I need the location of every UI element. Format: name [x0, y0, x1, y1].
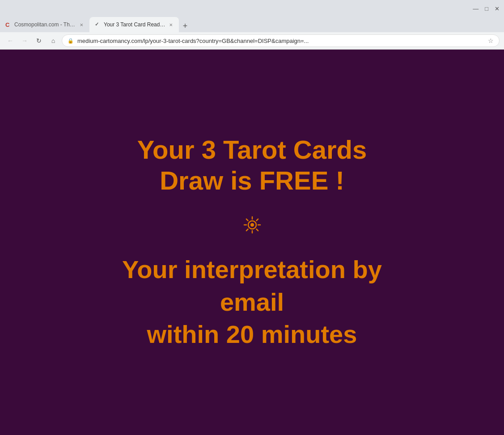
new-tab-button[interactable]: +	[179, 20, 191, 32]
cosmo-tab-title: Cosmopolitan.com - The Wome...	[14, 21, 76, 28]
browser-chrome: — □ ✕ C Cosmopolitan.com - The Wome... ×…	[0, 0, 504, 50]
main-heading-line1: Your 3 Tarot Cards	[137, 134, 367, 165]
tab-tarot[interactable]: ✓ Your 3 Tarot Card Reading ×	[89, 17, 179, 32]
reload-button[interactable]: ↻	[33, 35, 45, 46]
sub-heading-line1: Your interpretation by	[122, 253, 382, 286]
minimize-button[interactable]: —	[473, 5, 479, 12]
forward-button[interactable]: →	[19, 35, 30, 46]
svg-line-6	[256, 229, 258, 231]
tab-bar: C Cosmopolitan.com - The Wome... × ✓ You…	[0, 16, 504, 32]
svg-point-9	[250, 223, 254, 227]
svg-line-8	[246, 229, 248, 231]
home-button[interactable]: ⌂	[47, 35, 59, 46]
lock-icon: 🔒	[68, 38, 74, 44]
tarot-tab-title: Your 3 Tarot Card Reading	[104, 21, 165, 28]
cosmo-tab-close[interactable]: ×	[79, 21, 84, 29]
back-button[interactable]: ←	[4, 35, 16, 46]
title-bar: — □ ✕	[0, 0, 504, 16]
maximize-button[interactable]: □	[485, 5, 488, 12]
svg-line-5	[246, 219, 248, 221]
sun-icon-container	[241, 214, 263, 236]
tab-cosmopolitan[interactable]: C Cosmopolitan.com - The Wome... ×	[0, 17, 89, 32]
url-bar[interactable]: 🔒 medium-cartomancy.com/lp/your-3-tarot-…	[62, 34, 500, 47]
window-controls: — □ ✕	[473, 5, 500, 12]
tarot-tab-close[interactable]: ×	[168, 21, 174, 29]
page-content: Your 3 Tarot Cards Draw is FREE ! Your i…	[0, 50, 504, 435]
bookmark-icon[interactable]: ☆	[488, 37, 494, 44]
sub-heading-line2: email	[122, 286, 382, 319]
sun-icon	[241, 214, 263, 236]
sub-heading-line3: within 20 minutes	[122, 318, 382, 351]
url-text: medium-cartomancy.com/lp/your-3-tarot-ca…	[77, 38, 484, 44]
sub-heading: Your interpretation by email within 20 m…	[122, 253, 382, 351]
main-heading: Your 3 Tarot Cards Draw is FREE !	[137, 134, 367, 196]
address-bar: ← → ↻ ⌂ 🔒 medium-cartomancy.com/lp/your-…	[0, 32, 504, 49]
close-button[interactable]: ✕	[495, 5, 500, 12]
tarot-favicon: ✓	[95, 21, 101, 28]
svg-line-7	[256, 219, 258, 221]
cosmo-favicon: C	[5, 21, 12, 28]
main-heading-line2: Draw is FREE !	[137, 165, 367, 196]
